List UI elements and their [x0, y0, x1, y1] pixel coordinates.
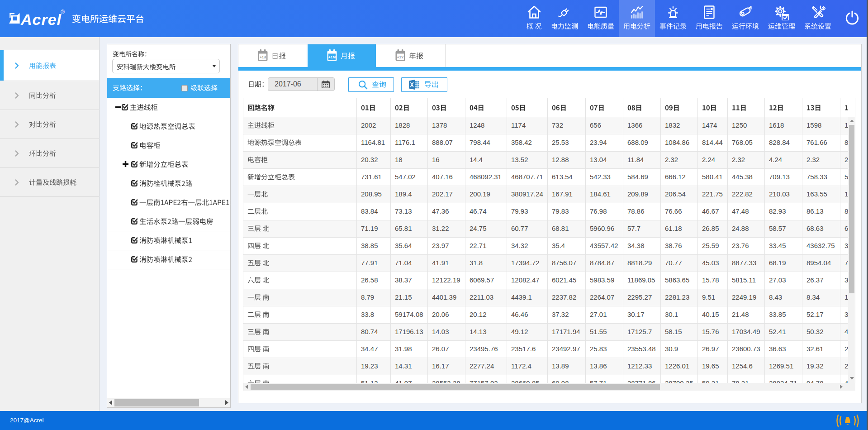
- svg-text:+1d: +1d: [260, 55, 266, 59]
- svg-text:+1M: +1M: [328, 55, 336, 59]
- svg-text:+1Y: +1Y: [397, 55, 404, 59]
